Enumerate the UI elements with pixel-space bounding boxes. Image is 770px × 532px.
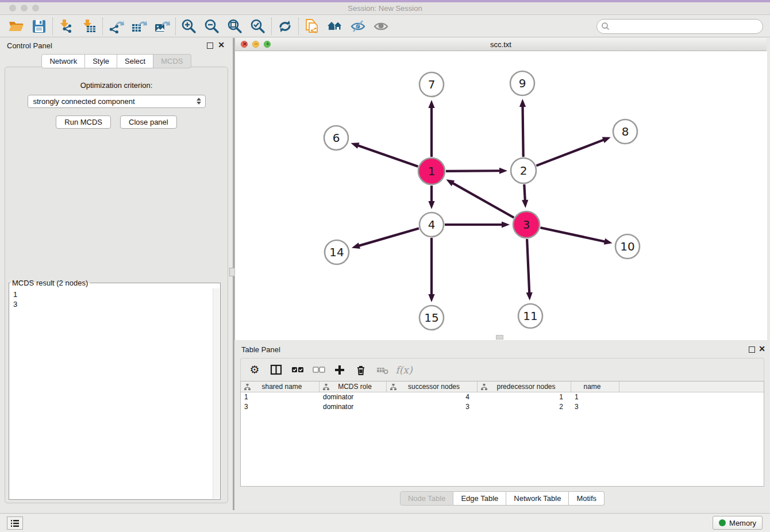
tab-select[interactable]: Select	[117, 54, 153, 68]
graph-edge-3-11[interactable]	[526, 239, 533, 300]
table-cell[interactable]: 3	[387, 402, 478, 412]
table-cell[interactable]: dominator	[319, 392, 387, 402]
import-table-button[interactable]	[78, 17, 101, 36]
table-row[interactable]: 3dominator323	[241, 402, 764, 412]
run-mcds-button[interactable]: Run MCDS	[56, 115, 111, 129]
show-all-button[interactable]	[369, 17, 392, 36]
first-neighbors-icon	[327, 18, 343, 34]
table-cell[interactable]: 3	[241, 402, 319, 412]
graph-edge-4-3[interactable]	[445, 221, 510, 228]
column-header-name[interactable]: name	[571, 381, 619, 392]
graph-node-6[interactable]: 6	[324, 126, 348, 150]
fit-content-button[interactable]	[224, 17, 247, 36]
tab-mcds[interactable]: MCDS	[153, 54, 191, 68]
result-scrollbar[interactable]	[213, 288, 220, 499]
zoom-selected-button[interactable]	[247, 17, 270, 36]
graph-node-7[interactable]: 7	[419, 72, 444, 97]
close-panel-button[interactable]: Close panel	[120, 115, 177, 129]
mcds-result-text[interactable]: 13	[10, 288, 213, 499]
table-options-button[interactable]: ⚙	[247, 361, 264, 379]
memory-button[interactable]: Memory	[713, 516, 763, 530]
graph-edge-1-2[interactable]	[446, 168, 507, 174]
control-panel-title: Control Panel	[7, 41, 52, 50]
network-graph[interactable]: 7968124314101511	[235, 51, 767, 340]
optimization-criterion-value: strongly connected component	[33, 97, 135, 106]
duplicate-network-button[interactable]	[301, 17, 324, 36]
task-history-button[interactable]	[7, 516, 23, 530]
optimization-criterion-select[interactable]: strongly connected component	[28, 95, 206, 108]
save-session-icon	[31, 18, 47, 34]
search-input[interactable]	[610, 21, 763, 32]
export-image-button[interactable]	[151, 17, 174, 36]
network-window-titlebar[interactable]: ✕ − + scc.txt	[235, 38, 767, 51]
create-column-icon	[334, 364, 346, 376]
delete-column-button[interactable]	[353, 361, 370, 379]
deselect-all-button[interactable]	[310, 361, 328, 379]
close-panel-icon[interactable]: ✕	[218, 40, 225, 49]
tab-motifs[interactable]: Motifs	[569, 491, 605, 506]
tab-style[interactable]: Style	[85, 54, 117, 68]
tab-network[interactable]: Network	[41, 54, 85, 68]
table-tabs: Node TableEdge TableNetwork TableMotifs	[234, 491, 770, 506]
graph-edge-1-6[interactable]	[351, 142, 418, 167]
graph-node-11[interactable]: 11	[518, 304, 542, 328]
toolbar-separator	[271, 18, 272, 35]
graph-node-2[interactable]: 2	[511, 158, 536, 183]
table-cell[interactable]: 3	[571, 402, 619, 412]
column-header-predecessor-nodes[interactable]: predecessor nodes	[478, 381, 571, 392]
show-columns-button[interactable]	[268, 361, 285, 379]
graph-node-8[interactable]: 8	[613, 119, 637, 144]
graph-edge-4-15[interactable]	[428, 238, 434, 302]
table-row[interactable]: 1dominator411	[241, 392, 764, 402]
save-session-button[interactable]	[28, 17, 51, 36]
graph-edge-2-3[interactable]	[522, 184, 528, 208]
memory-status-icon	[719, 519, 726, 526]
table-cell[interactable]: 1	[241, 392, 319, 402]
zoom-in-button[interactable]	[178, 17, 201, 36]
graph-edge-1-7[interactable]	[428, 100, 434, 157]
create-column-button[interactable]	[332, 361, 349, 379]
graph-node-10[interactable]: 10	[615, 234, 640, 259]
zoom-out-button[interactable]	[201, 17, 224, 36]
table-cell[interactable]: 1	[571, 392, 619, 402]
graph-edge-3-10[interactable]	[540, 228, 612, 245]
export-network-button[interactable]	[105, 17, 128, 36]
column-header-shared-name[interactable]: shared name	[241, 381, 319, 392]
graph-edge-2-8[interactable]	[536, 137, 610, 165]
graph-node-9[interactable]: 9	[510, 71, 534, 95]
close-table-panel-icon[interactable]: ✕	[759, 344, 765, 353]
graph-edge-2-9[interactable]	[519, 99, 526, 157]
graph-node-3[interactable]: 3	[513, 211, 540, 238]
float-panel-icon[interactable]	[207, 43, 213, 49]
toolbar-separator	[102, 18, 103, 35]
graph-node-1[interactable]: 1	[418, 158, 445, 184]
tab-node-table[interactable]: Node Table	[400, 491, 454, 506]
float-table-panel-icon[interactable]	[749, 346, 755, 353]
tab-network-table[interactable]: Network Table	[506, 491, 569, 506]
column-header-MCDS-role[interactable]: MCDS role	[319, 381, 387, 392]
table-cell[interactable]: 4	[387, 392, 478, 402]
graph-edge-3-1[interactable]	[446, 179, 514, 217]
graph-edge-1-4[interactable]	[428, 186, 434, 209]
delete-table-icon	[376, 364, 389, 376]
first-neighbors-button[interactable]	[324, 17, 346, 36]
graph-node-4[interactable]: 4	[419, 213, 444, 237]
table-cell[interactable]: 1	[478, 392, 571, 402]
select-all-button[interactable]	[289, 361, 306, 379]
export-table-button[interactable]	[128, 17, 151, 36]
zoom-in-icon	[181, 18, 197, 34]
column-header-successor-nodes[interactable]: successor nodes	[387, 381, 478, 392]
tab-edge-table[interactable]: Edge Table	[453, 491, 506, 506]
graph-node-14[interactable]: 14	[325, 240, 349, 264]
search-box[interactable]	[596, 19, 763, 34]
table-cell[interactable]: 2	[478, 402, 571, 412]
hide-selected-button[interactable]	[346, 17, 369, 36]
graph-node-15[interactable]: 15	[419, 306, 444, 330]
open-session-button[interactable]	[5, 17, 28, 36]
control-panel-tabs: NetworkStyleSelectMCDS	[0, 54, 233, 68]
canvas-splitter-handle[interactable]	[496, 335, 503, 340]
table-cell[interactable]: dominator	[319, 402, 387, 412]
refresh-button[interactable]	[274, 17, 297, 36]
graph-edge-4-14[interactable]	[352, 228, 419, 249]
import-network-button[interactable]	[55, 17, 78, 36]
